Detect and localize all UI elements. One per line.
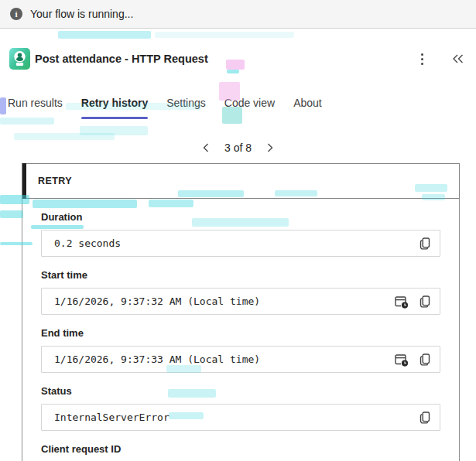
duration-value: 0.2 seconds	[54, 237, 121, 249]
start-time-value: 1/16/2026, 9:37:32 AM (Local time)	[54, 295, 260, 307]
chevron-left-icon	[201, 142, 211, 153]
tab-retry-history[interactable]: Retry history	[72, 97, 157, 119]
duration-value-box: 0.2 seconds	[41, 230, 440, 257]
double-chevron-left-icon	[451, 53, 464, 64]
field-status: Status InternalServerError	[41, 385, 440, 431]
field-duration: Duration 0.2 seconds	[41, 211, 440, 257]
local-time-toggle-button[interactable]	[392, 292, 410, 311]
retry-card-title: RETRY	[38, 176, 72, 186]
copy-button[interactable]	[415, 350, 433, 369]
panel-tabs: Run results Retry history Settings Code …	[8, 97, 476, 119]
collapse-panel-button[interactable]	[448, 50, 467, 68]
copy-button[interactable]	[415, 234, 433, 253]
field-end-time: End time 1/16/2026, 9:37:33 AM (Local ti…	[41, 327, 440, 373]
panel-title: Post attendance - HTTP Request	[35, 53, 208, 65]
start-time-value-box: 1/16/2026, 9:37:32 AM (Local time)	[41, 288, 440, 315]
previous-retry-button[interactable]	[197, 138, 215, 157]
status-value-box: InternalServerError	[41, 404, 440, 431]
status-value: InternalServerError	[54, 411, 170, 423]
next-retry-button[interactable]	[261, 138, 279, 157]
field-start-time: Start time 1/16/2026, 9:37:32 AM (Local …	[41, 269, 440, 315]
page-indicator: 3 of 8	[224, 142, 252, 154]
tab-settings[interactable]: Settings	[157, 97, 215, 119]
copy-icon	[417, 352, 432, 367]
copy-icon	[417, 236, 432, 251]
start-time-label: Start time	[41, 269, 440, 281]
duration-label: Duration	[41, 211, 440, 223]
flow-status-banner: i Your flow is running...	[0, 0, 476, 29]
kebab-vertical-icon	[421, 53, 423, 65]
copy-icon	[417, 410, 432, 425]
connector-icon	[9, 48, 30, 70]
flow-status-message: Your flow is running...	[30, 8, 133, 20]
retry-card-header: RETRY	[22, 163, 460, 199]
tab-code-view[interactable]: Code view	[215, 97, 284, 119]
copy-icon	[417, 294, 432, 309]
info-icon: i	[10, 8, 22, 20]
retry-card: RETRY Duration 0.2 seconds Start time	[22, 163, 460, 461]
status-label: Status	[41, 385, 440, 397]
retry-card-body: Duration 0.2 seconds Start time 1/16/202…	[22, 199, 460, 461]
status-accent-bar	[22, 163, 26, 199]
tab-run-results[interactable]: Run results	[8, 97, 72, 119]
end-time-value: 1/16/2026, 9:37:33 AM (Local time)	[54, 353, 260, 365]
calendar-clock-icon	[393, 294, 409, 309]
calendar-clock-icon	[393, 352, 409, 367]
client-request-id-label: Client request ID	[41, 443, 440, 455]
retry-pagination: 3 of 8	[0, 138, 476, 158]
end-time-label: End time	[41, 327, 440, 339]
copy-button[interactable]	[415, 292, 433, 311]
end-time-value-box: 1/16/2026, 9:37:33 AM (Local time)	[41, 346, 440, 373]
more-menu-button[interactable]	[413, 50, 431, 68]
field-client-request-id: Client request ID	[41, 443, 440, 455]
tab-about[interactable]: About	[284, 97, 331, 119]
chevron-right-icon	[265, 142, 275, 153]
copy-button[interactable]	[415, 408, 433, 427]
local-time-toggle-button[interactable]	[392, 350, 410, 369]
action-panel-header: Post attendance - HTTP Request	[9, 46, 468, 72]
